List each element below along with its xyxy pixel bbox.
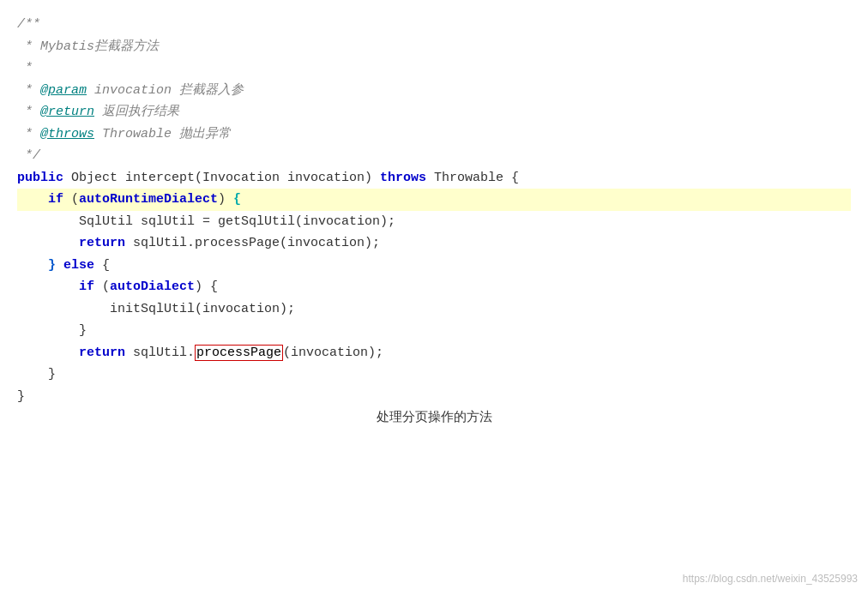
code-line-16: return sqlUtil.processPage(invocation); <box>17 342 851 364</box>
comment-line4-text: invocation 拦截器入参 <box>87 83 244 98</box>
code-line-7: */ <box>17 145 851 167</box>
normal-indent2c <box>17 346 79 360</box>
comment-line5-prefix: * <box>17 105 40 119</box>
normal-line16a: sqlUtil. <box>125 346 195 360</box>
code-line-14: initSqlUtil(invocation); <box>17 298 851 321</box>
keyword-throws: throws <box>380 171 426 185</box>
comment-close: */ <box>17 148 40 163</box>
comment-line5-text: 返回执行结果 <box>94 105 179 119</box>
code-line-17: } <box>17 364 851 386</box>
normal-line10: SqlUtil sqlUtil = getSqlUtil(invocation)… <box>17 214 395 229</box>
code-line-1: /** <box>17 14 851 36</box>
annotation: 处理分页操作的方法 <box>17 409 851 425</box>
code-container: /** * Mybatis拦截器方法 * * @param invocation… <box>0 0 868 595</box>
keyword-return1: return <box>79 236 125 250</box>
normal-indent2b <box>17 279 79 294</box>
code-line-10: SqlUtil sqlUtil = getSqlUtil(invocation)… <box>17 211 851 233</box>
code-line-4: * @param invocation 拦截器入参 <box>17 80 851 102</box>
keyword-public: public <box>17 171 63 185</box>
normal-line17: } <box>17 367 56 382</box>
normal-line13b: ) { <box>195 279 218 294</box>
keyword-else: else <box>63 258 94 273</box>
normal-line14: initSqlUtil(invocation); <box>17 302 295 316</box>
code-line-13: if (autoDialect) { <box>17 276 851 298</box>
code-line-9: if (autoRuntimeDialect) { <box>17 189 851 211</box>
normal-line16b: (invocation); <box>283 346 383 360</box>
code-line-5: * @return 返回执行结果 <box>17 101 851 123</box>
normal-indent2 <box>17 236 79 250</box>
comment-open: /** <box>17 17 40 32</box>
keyword-if2: if <box>79 279 94 294</box>
keyword-return2: return <box>79 346 125 360</box>
comment-line4-prefix: * <box>17 83 40 98</box>
normal-line8b: Throwable { <box>426 171 519 185</box>
processpage-highlight: processPage <box>195 345 283 361</box>
open-brace-line9: { <box>233 192 241 207</box>
code-line-11: return sqlUtil.processPage(invocation); <box>17 232 851 255</box>
normal-line8: Object intercept(Invocation invocation) <box>63 171 380 185</box>
normal-line11: sqlUtil.processPage(invocation); <box>125 236 380 250</box>
close-brace-line12: } <box>17 258 56 273</box>
normal-line13: ( <box>94 279 110 294</box>
code-line-15: } <box>17 320 851 342</box>
comment-line3: * <box>17 61 33 75</box>
normal-line12b: { <box>94 258 110 273</box>
normal-line9b: ) <box>218 192 233 207</box>
normal-indent1 <box>17 192 48 207</box>
keyword-autoruntime: autoRuntimeDialect <box>79 192 218 207</box>
keyword-if: if <box>48 192 63 207</box>
normal-line15: } <box>17 323 87 338</box>
comment-line2: * Mybatis拦截器方法 <box>17 39 159 54</box>
comment-line6-prefix: * <box>17 127 40 141</box>
comment-throws-tag: @throws <box>40 127 94 141</box>
normal-line12 <box>56 258 63 273</box>
code-line-3: * <box>17 57 851 80</box>
code-line-8: public Object intercept(Invocation invoc… <box>17 167 851 189</box>
normal-line9a: ( <box>63 192 79 207</box>
code-line-6: * @throws Throwable 抛出异常 <box>17 123 851 146</box>
code-line-2: * Mybatis拦截器方法 <box>17 36 851 58</box>
comment-line6-text: Throwable 抛出异常 <box>94 127 231 141</box>
code-line-12: } else { <box>17 255 851 277</box>
watermark: https://blog.csdn.net/weixin_43525993 <box>683 573 858 585</box>
normal-line18: } <box>17 389 25 404</box>
keyword-autodialect: autoDialect <box>110 279 195 294</box>
comment-return-tag: @return <box>40 105 94 119</box>
comment-param-tag: @param <box>40 83 87 98</box>
code-line-18: } <box>17 386 851 408</box>
